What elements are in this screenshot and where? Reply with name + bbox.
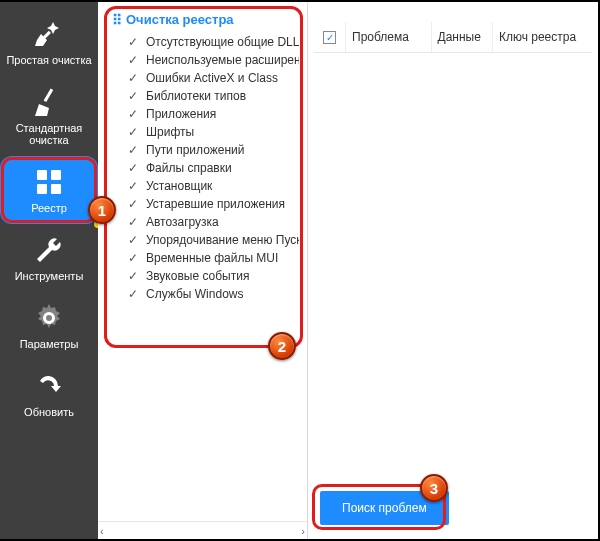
checklist-item-label: Упорядочивание меню Пуск xyxy=(146,233,299,247)
column-header-problem[interactable]: Проблема xyxy=(346,22,432,52)
checkmark-icon: ✓ xyxy=(128,89,138,103)
checklist-item-label: Отсутствующие общие DLL xyxy=(146,35,299,49)
checkmark-icon: ✓ xyxy=(128,233,138,247)
checklist-item[interactable]: ✓Отсутствующие общие DLL xyxy=(112,33,299,51)
results-grid-body xyxy=(308,53,598,481)
checklist-item-label: Шрифты xyxy=(146,125,194,139)
sidebar-item-settings[interactable]: Параметры xyxy=(0,292,98,360)
checklist-item[interactable]: ✓Ошибки ActiveX и Class xyxy=(112,69,299,87)
sidebar-label: Стандартная очистка xyxy=(16,122,83,146)
sidebar-label: Простая очистка xyxy=(6,54,91,66)
checklist-item-label: Приложения xyxy=(146,107,216,121)
checklist-title-row[interactable]: ⠿ Очистка реестра xyxy=(112,12,299,27)
broom-icon xyxy=(33,86,65,118)
callout-2: 2 xyxy=(268,332,296,360)
sidebar-item-registry[interactable]: Реестр xyxy=(0,156,98,224)
broom-spark-icon xyxy=(33,18,65,50)
checkmark-icon: ✓ xyxy=(128,215,138,229)
checklist-item[interactable]: ✓Неиспользуемые расширения ф… xyxy=(112,51,299,69)
sidebar-label: Параметры xyxy=(20,338,79,350)
checkmark-icon: ✓ xyxy=(128,251,138,265)
checklist-item[interactable]: ✓Файлы справки xyxy=(112,159,299,177)
sidebar-item-simple-clean[interactable]: Простая очистка xyxy=(0,8,98,76)
scroll-left-icon[interactable]: ‹ xyxy=(100,525,104,537)
checklist-item-label: Файлы справки xyxy=(146,161,232,175)
svg-rect-5 xyxy=(51,184,61,194)
checkmark-icon: ✓ xyxy=(128,53,138,67)
checkmark-icon: ✓ xyxy=(128,107,138,121)
checklist-item[interactable]: ✓Службы Windows xyxy=(112,285,299,303)
svg-rect-0 xyxy=(42,31,51,40)
sidebar-label: Реестр xyxy=(31,202,67,214)
checklist-item-label: Пути приложений xyxy=(146,143,244,157)
checklist-item[interactable]: ✓Автозагрузка xyxy=(112,213,299,231)
checklist-item-label: Установщик xyxy=(146,179,212,193)
checklist-item-label: Библиотеки типов xyxy=(146,89,246,103)
wrench-icon xyxy=(33,234,65,266)
checklist-item[interactable]: ✓Библиотеки типов xyxy=(112,87,299,105)
checklist-item-label: Звуковые события xyxy=(146,269,249,283)
svg-rect-3 xyxy=(51,170,61,180)
checklist-item[interactable]: ✓Устаревшие приложения xyxy=(112,195,299,213)
svg-rect-1 xyxy=(44,88,54,102)
sidebar-item-standard-clean[interactable]: Стандартная очистка xyxy=(0,76,98,156)
svg-rect-4 xyxy=(37,184,47,194)
grid-icon xyxy=(33,166,65,198)
refresh-icon xyxy=(33,370,65,402)
checklist-item[interactable]: ✓Приложения xyxy=(112,105,299,123)
checklist-title: Очистка реестра xyxy=(126,12,234,27)
checkbox-icon: ✓ xyxy=(323,31,336,44)
checkmark-icon: ✓ xyxy=(128,269,138,283)
footer-bar: Поиск проблем xyxy=(308,481,598,539)
checkmark-icon: ✓ xyxy=(128,179,138,193)
checkmark-icon: ✓ xyxy=(128,143,138,157)
checklist-item[interactable]: ✓Установщик xyxy=(112,177,299,195)
header-checkbox-cell[interactable]: ✓ xyxy=(314,22,346,52)
checklist-item[interactable]: ✓Упорядочивание меню Пуск xyxy=(112,231,299,249)
checkmark-icon: ✓ xyxy=(128,287,138,301)
drag-handle-icon: ⠿ xyxy=(112,13,120,27)
checklist-item[interactable]: ✓Шрифты xyxy=(112,123,299,141)
checklist-panel: ⠿ Очистка реестра ✓Отсутствующие общие D… xyxy=(98,2,308,539)
checklist-item-label: Ошибки ActiveX и Class xyxy=(146,71,278,85)
checklist-item-label: Неиспользуемые расширения ф… xyxy=(146,53,299,67)
horizontal-scrollbar[interactable]: ‹ › xyxy=(98,521,307,539)
checkmark-icon: ✓ xyxy=(128,197,138,211)
callout-3: 3 xyxy=(420,474,448,502)
results-panel: ✓ Проблема Данные Ключ реестра Поиск про… xyxy=(308,2,598,539)
checkmark-icon: ✓ xyxy=(128,35,138,49)
checkmark-icon: ✓ xyxy=(128,125,138,139)
sidebar: Простая очистка Стандартная очистка Реес… xyxy=(0,2,98,539)
results-grid-header: ✓ Проблема Данные Ключ реестра xyxy=(314,22,592,53)
sidebar-item-update[interactable]: Обновить xyxy=(0,360,98,428)
column-header-data[interactable]: Данные xyxy=(432,22,493,52)
svg-rect-2 xyxy=(37,170,47,180)
checkmark-icon: ✓ xyxy=(128,71,138,85)
checklist-item-label: Устаревшие приложения xyxy=(146,197,285,211)
checklist-item[interactable]: ✓Пути приложений xyxy=(112,141,299,159)
callout-1: 1 xyxy=(88,196,116,224)
sidebar-label: Инструменты xyxy=(15,270,84,282)
gear-icon xyxy=(33,302,65,334)
checkmark-icon: ✓ xyxy=(128,161,138,175)
sidebar-label: Обновить xyxy=(24,406,74,418)
sidebar-item-tools[interactable]: Инструменты xyxy=(0,224,98,292)
checklist-item-label: Автозагрузка xyxy=(146,215,219,229)
scroll-right-icon[interactable]: › xyxy=(301,525,305,537)
column-header-regkey[interactable]: Ключ реестра xyxy=(493,22,592,52)
checklist-item-label: Временные файлы MUI xyxy=(146,251,278,265)
checklist-item[interactable]: ✓Временные файлы MUI xyxy=(112,249,299,267)
checklist-item-label: Службы Windows xyxy=(146,287,243,301)
checklist-item[interactable]: ✓Звуковые события xyxy=(112,267,299,285)
